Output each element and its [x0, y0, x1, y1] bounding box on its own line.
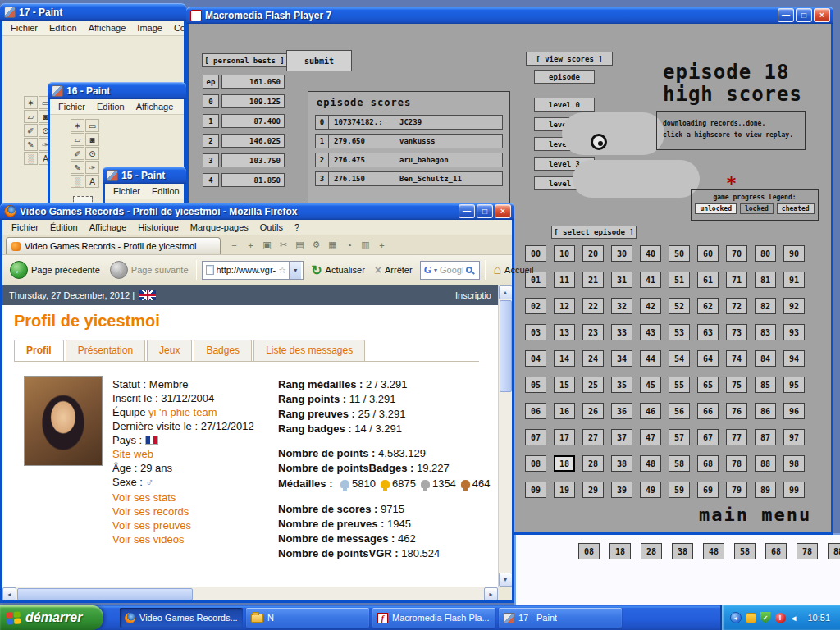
episode-cell-74[interactable]: 74	[726, 350, 747, 367]
firefox-menu-item[interactable]: Fichier	[6, 221, 44, 233]
taskbar-item[interactable]: N	[246, 608, 369, 628]
search-engine-dropdown[interactable]: ▾	[434, 267, 437, 274]
episode-cell-46[interactable]: 46	[640, 403, 661, 419]
firefox-titlebar[interactable]: Video Games Records - Profil de yicestmo…	[0, 203, 514, 220]
episode-cell-23[interactable]: 23	[582, 324, 604, 340]
episode-cell-18[interactable]: 18	[554, 455, 575, 472]
episode-cell-54[interactable]: 54	[669, 350, 690, 367]
episode-cell-81[interactable]: 81	[755, 272, 776, 288]
episode-cell-48[interactable]: 48	[640, 455, 661, 472]
episode-cell-08[interactable]: 08	[525, 455, 546, 472]
horizontal-scrollbar[interactable]: ◄ ►	[2, 587, 498, 600]
url-dropdown-button[interactable]: ▾	[289, 262, 301, 279]
episode-cell-99[interactable]: 99	[783, 482, 805, 498]
profile-tab[interactable]: Liste des messages	[253, 340, 365, 361]
site-header-right[interactable]: Inscriptio	[455, 290, 491, 300]
episode-cell-49[interactable]: 49	[640, 482, 661, 498]
personal-best-score[interactable]: 109.125	[221, 94, 285, 108]
bg-episode-cell-28[interactable]: 28	[641, 543, 662, 559]
brush-tool-icon[interactable]: ✑	[85, 161, 99, 174]
history-icon[interactable]: ◔	[344, 240, 354, 250]
browser-tab[interactable]: Video Games Records - Profil de yicestmo…	[6, 237, 221, 254]
profile-tab[interactable]: Présentation	[66, 340, 145, 361]
episode-cell-86[interactable]: 86	[755, 403, 776, 419]
paint17-menu-item[interactable]: Image	[132, 22, 167, 34]
home-button[interactable]: ⌂ Accueil	[491, 261, 536, 279]
profile-tab[interactable]: Profil	[14, 340, 64, 361]
episode-cell-06[interactable]: 06	[525, 403, 546, 419]
episode-cell-97[interactable]: 97	[783, 429, 805, 445]
firefox-menu-item[interactable]: ?	[289, 221, 305, 233]
forward-button[interactable]: → Page suivante	[107, 259, 191, 281]
profile-action-link[interactable]: Voir ses preuves	[112, 518, 191, 532]
airbrush-tool-icon[interactable]: ░	[71, 175, 84, 188]
pencil-tool-icon[interactable]: ✎	[24, 138, 38, 151]
episode-cell-37[interactable]: 37	[611, 429, 632, 445]
search-box[interactable]: G ▾ Googl	[420, 261, 481, 280]
profile-action-link[interactable]: Voir ses vidéos	[112, 532, 191, 546]
episode-score-row[interactable]: 2276.475aru_bahagon	[315, 153, 503, 167]
personal-best-score[interactable]: 161.050	[221, 75, 285, 89]
episode-cell-59[interactable]: 59	[669, 482, 690, 498]
episode-cell-50[interactable]: 50	[669, 245, 690, 262]
episode-cell-84[interactable]: 84	[755, 350, 776, 367]
refresh-button[interactable]: ↻ Actualiser	[308, 261, 368, 280]
tray-hide-icons-icon[interactable]: ◂	[730, 612, 742, 623]
paint17-titlebar[interactable]: 17 - Paint	[0, 3, 186, 21]
bg-episode-cell-48[interactable]: 48	[703, 543, 724, 559]
paint17-menu-item[interactable]: Fichier	[6, 22, 43, 34]
episode-cell-78[interactable]: 78	[726, 455, 747, 472]
search-magnifier-icon[interactable]	[466, 267, 472, 273]
episode-cell-07[interactable]: 07	[525, 429, 546, 445]
view-score-button[interactable]: episode	[534, 70, 595, 84]
episode-cell-33[interactable]: 33	[611, 324, 632, 340]
episode-cell-98[interactable]: 98	[783, 455, 805, 472]
episode-cell-41[interactable]: 41	[640, 272, 661, 288]
personal-best-score[interactable]: 87.400	[221, 114, 285, 128]
episode-cell-95[interactable]: 95	[783, 377, 805, 393]
personal-best-score[interactable]: 81.850	[221, 173, 285, 187]
bookmark-star-icon[interactable]: ☆	[278, 265, 286, 276]
scroll-down-button[interactable]: ▼	[499, 573, 513, 587]
firefox-menu-item[interactable]: Historique	[132, 221, 185, 233]
pencil-tool-icon[interactable]: ✎	[71, 161, 84, 174]
episode-cell-10[interactable]: 10	[554, 245, 575, 262]
uk-flag-icon[interactable]	[139, 290, 156, 300]
paint16-menu-item[interactable]: Im	[180, 101, 186, 112]
episode-cell-40[interactable]: 40	[640, 245, 661, 262]
text-tool-icon[interactable]: A	[85, 175, 99, 188]
episode-cell-82[interactable]: 82	[755, 298, 776, 314]
color-picker-tool-icon[interactable]: ✐	[24, 124, 38, 137]
tray-volume-icon[interactable]: ◄	[790, 614, 798, 623]
tray-alert-icon[interactable]: !	[775, 613, 786, 623]
episode-score-row[interactable]: 3276.150Ben_Schultz_11	[315, 171, 503, 186]
episode-cell-75[interactable]: 75	[726, 377, 747, 393]
paint17-menu-item[interactable]: Edition	[44, 22, 82, 34]
episode-cell-09[interactable]: 09	[525, 482, 546, 498]
paint16-menu-item[interactable]: Edition	[92, 101, 130, 112]
paint17-menu-item[interactable]: Couleu	[169, 22, 186, 34]
vertical-scrollbar[interactable]: ▲ ▼	[498, 285, 512, 587]
episode-cell-63[interactable]: 63	[697, 324, 719, 340]
profile-action-link[interactable]: Voir ses stats	[112, 491, 191, 504]
paint15-menu-item[interactable]: Edition	[147, 185, 185, 197]
firefox-menu-item[interactable]: Affichage	[84, 221, 133, 233]
personal-best-score[interactable]: 146.025	[221, 134, 285, 148]
episode-cell-66[interactable]: 66	[697, 403, 719, 419]
color-picker-tool-icon[interactable]: ✐	[71, 147, 84, 160]
paint15-menu-item[interactable]: Fichier	[108, 185, 145, 197]
bg-episode-cell-78[interactable]: 78	[797, 543, 818, 559]
paint17-menu-item[interactable]: Affichage	[84, 22, 131, 34]
episode-cell-42[interactable]: 42	[640, 298, 661, 314]
episode-cell-79[interactable]: 79	[726, 482, 747, 498]
episode-cell-00[interactable]: 00	[525, 245, 546, 262]
episode-cell-22[interactable]: 22	[582, 298, 604, 314]
horizontal-scroll-thumb[interactable]	[17, 588, 193, 600]
episode-cell-12[interactable]: 12	[554, 298, 575, 314]
start-button[interactable]: démarrer	[0, 605, 103, 630]
bg-episode-cell-08[interactable]: 08	[578, 543, 600, 559]
episode-cell-61[interactable]: 61	[697, 272, 719, 288]
profile-link[interactable]: yi 'n phie team	[148, 406, 217, 418]
episode-cell-83[interactable]: 83	[755, 324, 776, 340]
episode-cell-85[interactable]: 85	[755, 377, 776, 393]
